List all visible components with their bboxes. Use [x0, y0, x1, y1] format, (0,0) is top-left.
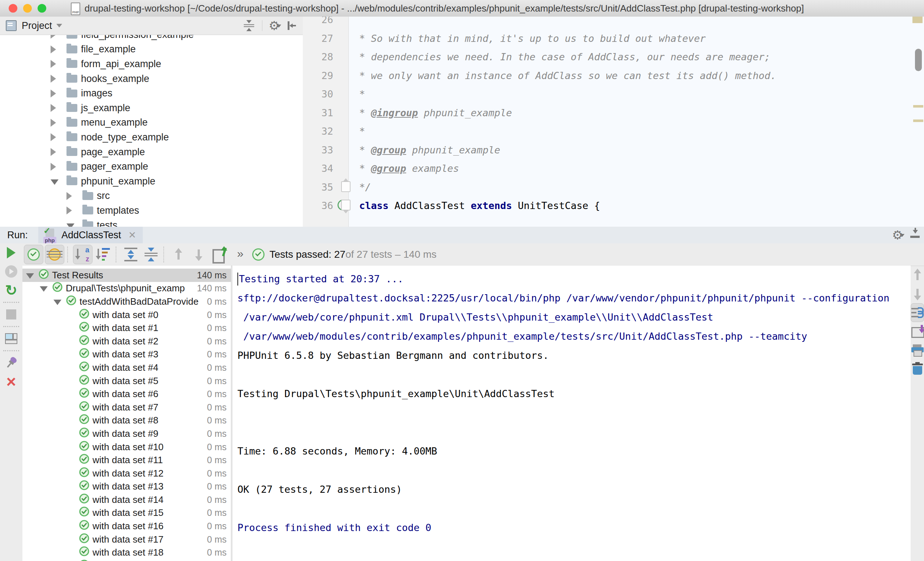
fold-marker-icon[interactable]: [341, 181, 351, 192]
rerun-failed-tests-button[interactable]: [0, 262, 22, 281]
close-panel-button[interactable]: ×: [0, 372, 22, 391]
show-ignored-toggle[interactable]: [45, 245, 64, 264]
fold-marker-icon[interactable]: [341, 200, 351, 211]
test-tree-row[interactable]: with data set #5 0 ms: [22, 374, 231, 388]
collapse-all-icon[interactable]: [243, 20, 254, 31]
test-tree-row[interactable]: with data set #1 0 ms: [22, 321, 231, 335]
test-tree-row[interactable]: with data set #15 0 ms: [22, 507, 231, 520]
project-panel-header[interactable]: Project ⚙: [0, 16, 303, 35]
project-tree-item[interactable]: hooks_example: [0, 72, 303, 86]
test-tree-row[interactable]: with data set #13 0 ms: [22, 480, 231, 494]
test-tree-row[interactable]: with data set #11 0 ms: [22, 453, 231, 467]
project-tree-item[interactable]: field_permission_example: [0, 34, 303, 42]
expand-arrow-icon[interactable]: [51, 104, 64, 112]
next-failed-test-button[interactable]: [189, 245, 208, 264]
expand-arrow-icon[interactable]: [51, 148, 64, 156]
test-tree-row[interactable]: with data set #6 0 ms: [22, 387, 231, 401]
test-tree-row[interactable]: with data set #12 0 ms: [22, 467, 231, 480]
project-tree-item[interactable]: js_example: [0, 101, 303, 115]
code-line-class-declaration[interactable]: 36 class AddClassTest extends UnitTestCa…: [303, 196, 924, 215]
code-line[interactable]: 26: [303, 16, 924, 29]
zoom-window-button[interactable]: [38, 4, 46, 13]
down-the-stack-trace-button[interactable]: [910, 284, 924, 303]
code-line[interactable]: 33 * @group phpunit_example: [303, 141, 924, 160]
expand-arrow-icon[interactable]: [51, 45, 64, 54]
hide-panel-icon[interactable]: [910, 230, 920, 240]
title-bar[interactable]: PHP drupal-testing-workshop [~/Code/os/d…: [0, 0, 924, 17]
run-tab-addclasstest[interactable]: ✓php AddClassTest ✕: [38, 227, 143, 244]
show-passed-toggle[interactable]: [24, 245, 44, 264]
test-tree-row[interactable]: with data set #17 0 ms: [22, 533, 231, 546]
code-line[interactable]: 27 * So with that in mind, it's up to us…: [303, 29, 924, 48]
code-line[interactable]: 28 * dependencies we need. In the case o…: [303, 48, 924, 66]
code-line[interactable]: 30 *: [303, 85, 924, 103]
test-tree-row[interactable]: Test Results 140 ms: [22, 269, 231, 282]
expand-arrow-icon[interactable]: [51, 75, 64, 83]
export-test-results-button[interactable]: [210, 245, 228, 264]
expand-arrow-icon[interactable]: [54, 298, 66, 305]
expand-arrow-icon[interactable]: [51, 178, 64, 185]
test-tree-row[interactable]: with data set #2 0 ms: [22, 335, 231, 348]
chevron-down-icon[interactable]: [56, 24, 62, 27]
project-tree-item[interactable]: phpunit_example: [0, 174, 303, 189]
project-tree-item[interactable]: templates: [0, 203, 303, 218]
close-window-button[interactable]: [9, 4, 17, 13]
stop-button[interactable]: [0, 305, 22, 324]
expand-arrow-icon[interactable]: [51, 60, 64, 68]
project-tree-item[interactable]: form_api_example: [0, 57, 303, 72]
settings-gear-button[interactable]: ⚙: [269, 19, 281, 32]
expand-arrow-icon[interactable]: [66, 192, 80, 200]
expand-arrow-icon[interactable]: [26, 272, 38, 279]
toolbar-overflow-chevron[interactable]: »: [237, 247, 243, 260]
test-tree-row[interactable]: with data set #7 0 ms: [22, 401, 231, 414]
project-tree-item[interactable]: menu_example: [0, 115, 303, 130]
test-tree-row[interactable]: testAddWithBadDataProvide 0 ms: [22, 295, 231, 308]
expand-arrow-icon[interactable]: [66, 206, 80, 214]
collapse-all-button[interactable]: [142, 245, 160, 264]
expand-arrow-icon[interactable]: [40, 285, 52, 292]
minimize-window-button[interactable]: [23, 4, 32, 13]
expand-arrow-icon[interactable]: [51, 90, 64, 97]
code-line[interactable]: 35 */: [303, 178, 924, 197]
test-tree-row[interactable]: with data set #8 0 ms: [22, 414, 231, 428]
project-tree-item[interactable]: node_type_example: [0, 130, 303, 145]
code-line[interactable]: 34 * @group examples: [303, 159, 924, 178]
clear-all-button[interactable]: [910, 359, 924, 378]
test-tree-row[interactable]: with data set #16 0 ms: [22, 519, 231, 533]
project-tree-item[interactable]: page_example: [0, 145, 303, 160]
pin-tab-button[interactable]: [0, 353, 22, 372]
test-tree-row[interactable]: with data set #9 0 ms: [22, 427, 231, 440]
project-tree-item[interactable]: pager_example: [0, 159, 303, 174]
editor-scrollbar-thumb[interactable]: [915, 49, 922, 71]
close-tab-icon[interactable]: ✕: [128, 230, 136, 241]
restore-layout-button[interactable]: [0, 329, 22, 348]
test-tree-row[interactable]: with data set #4 0 ms: [22, 361, 231, 374]
expand-arrow-icon[interactable]: [51, 34, 64, 39]
test-tree-row[interactable]: with data set #0 0 ms: [22, 308, 231, 322]
test-tree-row[interactable]: Drupal\Tests\phpunit_examp 140 ms: [22, 282, 231, 295]
expand-arrow-icon[interactable]: [51, 119, 64, 127]
expand-arrow-icon[interactable]: [66, 222, 80, 227]
project-tree-item[interactable]: src: [0, 189, 303, 203]
code-line[interactable]: 31 * @ingroup phpunit_example: [303, 103, 924, 123]
test-tree-row[interactable]: with data set #10 0 ms: [22, 440, 231, 454]
code-line[interactable]: 32 *: [303, 122, 924, 141]
settings-gear-button[interactable]: ⚙: [892, 229, 904, 241]
previous-failed-test-button[interactable]: [169, 245, 188, 264]
soft-wrap-toggle[interactable]: [910, 303, 924, 322]
scroll-to-end-button[interactable]: [910, 322, 924, 341]
expand-all-button[interactable]: [122, 245, 140, 264]
up-the-stack-trace-button[interactable]: [910, 266, 924, 284]
expand-arrow-icon[interactable]: [51, 133, 64, 141]
project-tree-item[interactable]: images: [0, 86, 303, 101]
test-tree-row[interactable]: with data set #18 0 ms: [22, 546, 231, 559]
test-tree-row[interactable]: with data set #19 0 ms: [22, 559, 231, 561]
print-button[interactable]: [910, 341, 924, 359]
test-console-output[interactable]: Testing started at 20:37 ... sftp://dock…: [232, 266, 910, 561]
toggle-auto-test-button[interactable]: ↻: [0, 281, 22, 300]
code-line[interactable]: 29 * we only want an instance of AddClas…: [303, 66, 924, 85]
project-tree-item[interactable]: file_example: [0, 42, 303, 57]
test-tree-row[interactable]: with data set #3 0 ms: [22, 348, 231, 361]
expand-arrow-icon[interactable]: [51, 163, 64, 171]
code-editor[interactable]: 26 27 * So with that in mind, it's up to…: [303, 16, 924, 227]
